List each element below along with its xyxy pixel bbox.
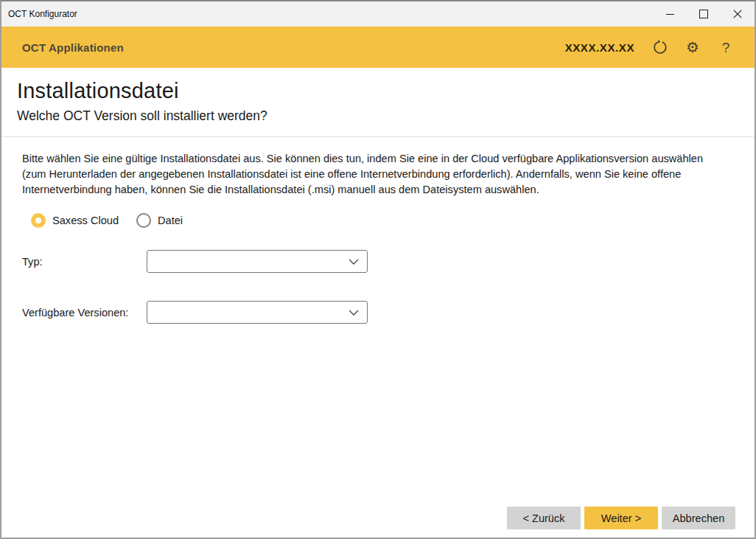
typ-field-row: Typ: — [22, 250, 368, 273]
window-controls — [653, 1, 755, 27]
radio-label: Datei — [158, 215, 183, 226]
back-button[interactable]: < Zurück — [507, 507, 581, 529]
window-title: OCT Konfigurator — [1, 9, 77, 19]
next-button[interactable]: Weiter > — [584, 507, 658, 529]
radio-datei[interactable]: Datei — [136, 213, 183, 228]
source-radio-group: Saxess Cloud Datei — [31, 213, 183, 228]
version-label: XXXX.XX.XX — [565, 41, 634, 54]
page-subtitle: Welche OCT Version soll installiert werd… — [17, 108, 755, 124]
gear-icon[interactable]: ⚙ — [685, 39, 701, 55]
radio-saxess-cloud[interactable]: Saxess Cloud — [31, 213, 119, 228]
page-title: Installationsdatei — [17, 79, 755, 103]
maximize-icon — [699, 10, 708, 18]
maximize-button[interactable] — [687, 1, 721, 27]
cancel-button[interactable]: Abbrechen — [662, 507, 735, 529]
app-title: OCT Applikationen — [22, 41, 124, 54]
minimize-icon — [666, 10, 674, 18]
app-header-right: XXXX.XX.XX ⚙ ? — [565, 39, 734, 55]
chevron-down-icon — [349, 310, 359, 316]
refresh-icon[interactable] — [651, 39, 668, 55]
help-icon[interactable]: ? — [718, 39, 734, 55]
app-window: OCT Konfigurator OCT Applikationen X — [0, 0, 756, 539]
close-button[interactable] — [721, 1, 755, 27]
radio-label: Saxess Cloud — [52, 215, 119, 226]
versions-dropdown[interactable] — [147, 301, 368, 324]
versions-label: Verfügbare Versionen: — [22, 307, 147, 319]
close-icon — [733, 10, 742, 18]
radio-unselected-icon — [136, 213, 151, 228]
wizard-footer: < Zurück Weiter > Abbrechen — [507, 507, 735, 529]
page-header: Installationsdatei Welche OCT Version so… — [1, 68, 755, 137]
typ-dropdown[interactable] — [147, 250, 368, 273]
app-header: OCT Applikationen XXXX.XX.XX ⚙ ? — [1, 27, 755, 68]
titlebar: OCT Konfigurator — [1, 1, 755, 27]
description-text: Bitte wählen Sie eine gültige Installati… — [22, 151, 719, 198]
chevron-down-icon — [349, 259, 359, 265]
typ-label: Typ: — [22, 256, 147, 268]
minimize-button[interactable] — [653, 1, 687, 27]
radio-selected-icon — [31, 213, 46, 228]
versions-field-row: Verfügbare Versionen: — [22, 301, 368, 324]
